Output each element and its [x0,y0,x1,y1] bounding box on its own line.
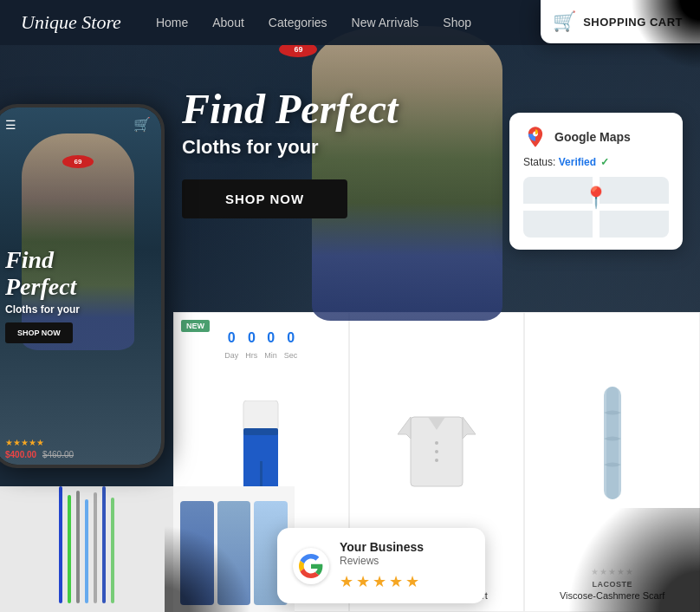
phone-hero-text: Find Perfect Cloths for your SHOP NOW [5,247,80,343]
nav-home[interactable]: Home [156,16,188,29]
phone-cart-icon: 🛒 [133,116,151,133]
site-wrapper: Unique Store Home About Categories New A… [0,0,700,612]
svg-marker-6 [398,417,411,439]
svg-point-8 [435,441,438,445]
reviews-text-column: Your Business Reviews ★ ★ ★ ★ ★ [340,540,470,591]
product-image-2 [534,323,690,562]
site-logo[interactable]: Unique Store [21,11,121,34]
star-2: ★ [356,572,370,591]
maps-pin-icon: 📍 [583,186,609,210]
google-maps-logo-icon [523,125,548,149]
google-maps-title: Google Maps [554,130,631,144]
countdown-sec: 0 Sec [284,330,298,361]
phone-hero-subtitle: Cloths for your [5,303,80,316]
reviews-subtitle: Reviews [340,555,470,567]
nav-about[interactable]: About [212,16,244,29]
nav-shop[interactable]: Shop [443,16,471,29]
main-nav: Home About Categories New Arrivals Shop [156,16,471,29]
star-4: ★ [389,572,403,591]
hero-title: Find Perfect [182,87,398,133]
nav-categories[interactable]: Categories [269,16,327,29]
verified-text: Verified [559,156,596,168]
needle-6 [102,486,106,603]
google-logo-svg [299,554,323,578]
review-stars: ★ ★ ★ ★ ★ [340,572,470,591]
countdown-min: 0 Min [264,330,277,361]
google-maps-header: Google Maps [523,125,669,149]
countdown-day: 0 Day [224,330,238,361]
phone-shop-now-button[interactable]: SHOP NOW [5,322,73,343]
phone-cap-badge: 69 [62,155,94,168]
needle-7 [111,498,114,603]
svg-rect-3 [243,428,278,435]
needles-area [0,486,173,612]
product-stars-2: ★★★★★ [534,567,690,576]
countdown-hrs: 0 Hrs [245,330,257,361]
google-maps-card: Google Maps Status: Verified ✓ 📍 [509,113,683,250]
phone-hamburger-icon: ☰ [5,118,16,132]
product-new-badge: NEW [181,320,210,332]
needle-1 [59,486,62,603]
needle-3 [76,491,80,603]
phone-mockup: ☰ 🛒 69 Find Perfect Cloths for your SHOP… [0,104,165,468]
bottom-product-1 [180,501,214,605]
bottom-products-area [173,486,295,612]
star-5: ★ [405,572,419,591]
shopping-cart-label: SHOPPING CART [583,16,683,29]
product-brand-2: LACOSTE [534,580,690,589]
hero-subtitle: Cloths for your [182,136,398,159]
product-name-2: Viscose-Cashmere Scarf [534,590,690,601]
svg-point-9 [435,450,438,453]
phone-stars: ★★★★★ [5,438,44,447]
hero-shop-now-button[interactable]: SHOP NOW [182,179,347,218]
shopping-cart-icon: 🛒 [553,10,576,33]
hero-text-block: Find Perfect Cloths for your SHOP NOW [182,87,398,218]
your-business-title: Your Business [340,540,470,554]
shirt-svg [398,395,476,491]
needle-5 [94,492,97,603]
google-maps-status: Status: Verified ✓ [523,156,669,168]
phone-hero-title: Find Perfect [5,247,80,301]
shopping-cart-popup: 🛒 SHOPPING CART [541,0,700,43]
phone-screen: ☰ 🛒 69 Find Perfect Cloths for your SHOP… [0,107,161,465]
bottom-product-2 [217,501,251,605]
nav-new-arrivals[interactable]: New Arrivals [352,16,419,29]
star-3: ★ [373,572,386,591]
needle-2 [68,495,71,603]
svg-marker-7 [463,417,476,439]
product-card-2: ★★★★★ LACOSTE Viscose-Cashmere Scarf [524,312,700,612]
phone-price: $400.00 $460.00 [5,450,74,459]
needle-4 [85,499,88,603]
google-reviews-card: Your Business Reviews ★ ★ ★ ★ ★ [277,528,485,603]
svg-rect-12 [606,387,619,499]
google-g-logo [293,548,329,584]
svg-point-10 [435,459,438,462]
countdown-timer: 0 Day 0 Hrs 0 Min 0 Sec [183,330,340,361]
svg-rect-0 [243,400,278,431]
product-image-1 [359,323,515,562]
scarf-svg [591,387,634,499]
phone-nav-bar: ☰ 🛒 [0,107,161,141]
star-1: ★ [340,572,353,591]
maps-visual: 📍 [523,177,669,238]
